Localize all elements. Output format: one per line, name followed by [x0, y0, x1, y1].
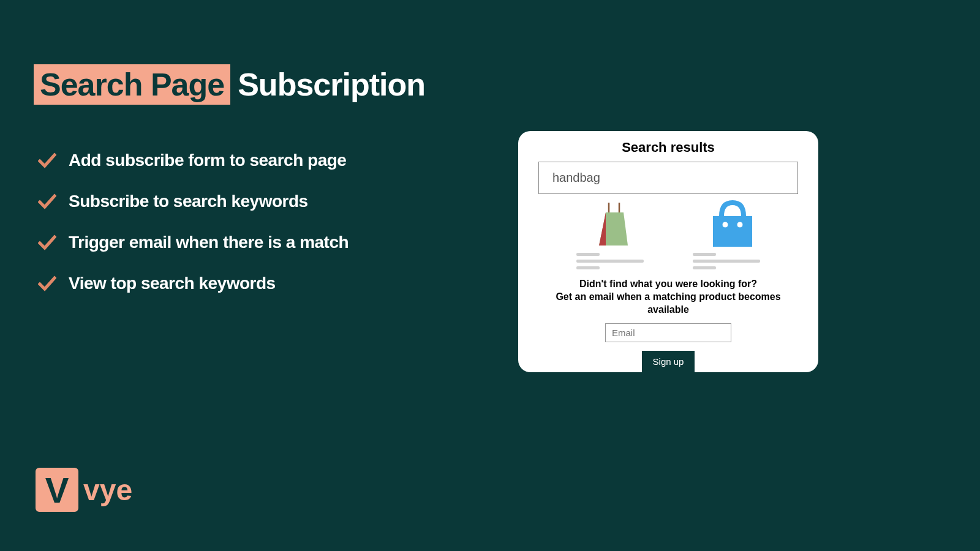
brand-logo: V vye — [36, 468, 132, 512]
skeleton-line — [576, 260, 644, 263]
title-rest: Subscription — [238, 67, 425, 102]
shopping-bag-icon — [595, 199, 638, 249]
feature-text: Subscribe to search keywords — [69, 192, 308, 211]
title-highlight: Search Page — [34, 64, 230, 105]
page-title: Search PageSubscription — [34, 66, 425, 103]
logo-mark: V — [36, 468, 78, 512]
skeleton-line — [576, 253, 600, 256]
check-icon — [38, 152, 56, 168]
svg-rect-0 — [713, 216, 752, 247]
feature-list: Add subscribe form to search page Subscr… — [38, 151, 349, 293]
feature-text: View top search keywords — [69, 274, 276, 293]
logo-text: vye — [83, 473, 132, 507]
product-grid — [564, 199, 772, 269]
card-prompt-line1: Didn't find what you were looking for? — [579, 278, 757, 291]
feature-text: Add subscribe form to search page — [69, 151, 346, 170]
product-item — [576, 199, 656, 269]
svg-point-2 — [737, 222, 743, 228]
feature-item: Trigger email when there is a match — [38, 233, 349, 252]
skeleton-line — [693, 260, 760, 263]
skeleton-line — [693, 266, 716, 269]
feature-item: View top search keywords — [38, 274, 349, 293]
card-title: Search results — [622, 140, 715, 156]
search-results-card: Search results handbag Didn't find wh — [518, 131, 818, 372]
skeleton-line — [693, 253, 716, 256]
svg-point-1 — [722, 222, 728, 228]
signup-button[interactable]: Sign up — [642, 351, 695, 372]
card-prompt-line2: Get an email when a matching product bec… — [534, 291, 802, 317]
feature-item: Add subscribe form to search page — [38, 151, 349, 170]
logo-letter: V — [45, 470, 69, 511]
search-input[interactable]: handbag — [538, 162, 798, 194]
product-item — [693, 199, 772, 269]
check-icon — [38, 234, 56, 250]
email-field[interactable] — [605, 323, 731, 342]
skeleton-line — [576, 266, 600, 269]
check-icon — [38, 276, 56, 291]
feature-text: Trigger email when there is a match — [69, 233, 349, 252]
check-icon — [38, 193, 56, 209]
handbag-icon — [707, 199, 758, 249]
feature-item: Subscribe to search keywords — [38, 192, 349, 211]
